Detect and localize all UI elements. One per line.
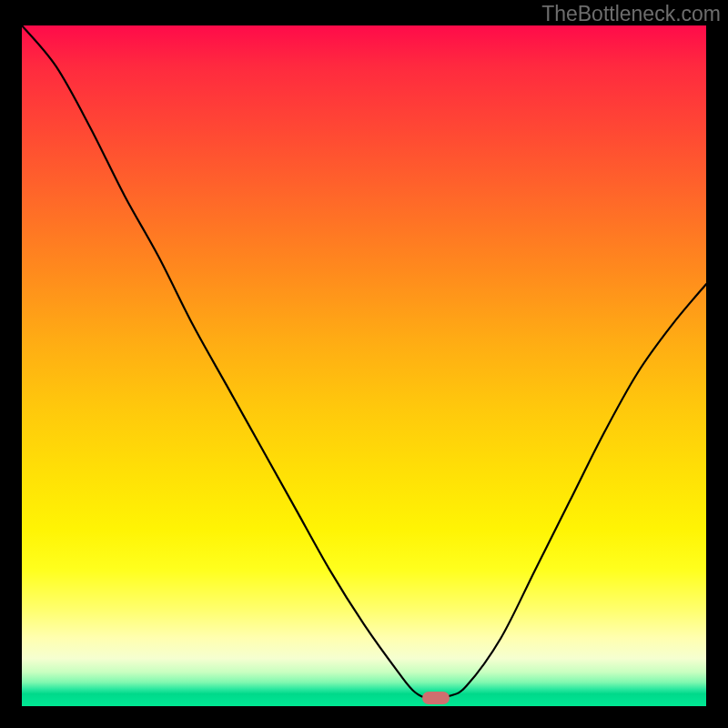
optimum-marker (422, 692, 450, 703)
watermark-text: TheBottleneck.com (541, 2, 721, 26)
bottleneck-curve (22, 25, 706, 706)
chart-frame: TheBottleneck.com (0, 0, 728, 728)
plot-area (22, 25, 706, 706)
